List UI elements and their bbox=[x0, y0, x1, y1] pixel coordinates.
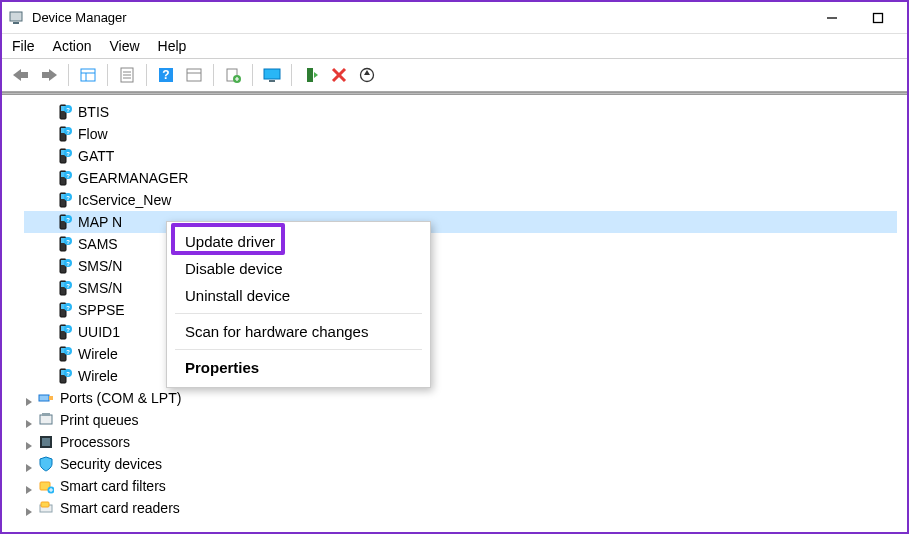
device-label: IcService_New bbox=[78, 189, 171, 211]
unknown-device-icon: ? bbox=[56, 368, 72, 384]
svg-rect-22 bbox=[269, 80, 275, 82]
device-item[interactable]: ?GEARMANAGER bbox=[24, 167, 897, 189]
category-label: Processors bbox=[60, 431, 130, 453]
svg-marker-81 bbox=[26, 398, 32, 406]
device-item[interactable]: ?SAMS bbox=[24, 233, 897, 255]
back-icon[interactable] bbox=[8, 62, 34, 88]
update-driver-icon[interactable] bbox=[220, 62, 246, 88]
unknown-device-icon: ? bbox=[56, 302, 72, 318]
svg-rect-8 bbox=[81, 69, 95, 81]
device-label: SAMS bbox=[78, 233, 118, 255]
category-item[interactable]: Smart card readers bbox=[24, 497, 897, 519]
svg-rect-0 bbox=[10, 12, 22, 21]
svg-rect-85 bbox=[40, 415, 52, 424]
category-item[interactable]: Processors bbox=[24, 431, 897, 453]
chevron-right-icon[interactable] bbox=[24, 435, 36, 447]
device-label: BTIS bbox=[78, 101, 109, 123]
unknown-device-icon: ? bbox=[56, 126, 72, 142]
device-item[interactable]: ?SPPSE bbox=[24, 299, 897, 321]
svg-marker-28 bbox=[364, 70, 370, 75]
device-item[interactable]: ?Wirele bbox=[24, 343, 897, 365]
chevron-right-icon[interactable] bbox=[24, 391, 36, 403]
category-item[interactable]: Print queues bbox=[24, 409, 897, 431]
unknown-device-icon: ? bbox=[56, 324, 72, 340]
properties-icon[interactable] bbox=[114, 62, 140, 88]
maximize-button[interactable] bbox=[855, 2, 901, 34]
svg-text:?: ? bbox=[66, 261, 70, 267]
svg-text:?: ? bbox=[66, 151, 70, 157]
show-hide-tree-icon[interactable] bbox=[75, 62, 101, 88]
svg-rect-1 bbox=[13, 22, 19, 24]
category-label: Smart card filters bbox=[60, 475, 166, 497]
menu-help[interactable]: Help bbox=[158, 38, 187, 54]
category-label: Smart card readers bbox=[60, 497, 180, 519]
menu-scan-hardware[interactable]: Scan for hardware changes bbox=[167, 318, 430, 345]
monitor-icon[interactable] bbox=[259, 62, 285, 88]
unknown-device-icon: ? bbox=[56, 236, 72, 252]
svg-text:?: ? bbox=[66, 129, 70, 135]
menu-action[interactable]: Action bbox=[53, 38, 92, 54]
device-item[interactable]: ?BTIS bbox=[24, 101, 897, 123]
device-item[interactable]: ?SMS/N bbox=[24, 277, 897, 299]
category-icon bbox=[38, 500, 54, 516]
menu-separator bbox=[175, 349, 422, 350]
device-manager-icon bbox=[8, 10, 24, 26]
svg-rect-83 bbox=[49, 396, 53, 400]
svg-marker-91 bbox=[26, 486, 32, 494]
minimize-button[interactable] bbox=[809, 2, 855, 34]
svg-marker-24 bbox=[314, 72, 318, 78]
category-icon bbox=[38, 456, 54, 472]
menu-view[interactable]: View bbox=[109, 38, 139, 54]
category-label: Security devices bbox=[60, 453, 162, 475]
svg-text:?: ? bbox=[162, 68, 169, 82]
svg-text:?: ? bbox=[66, 195, 70, 201]
category-item[interactable]: Security devices bbox=[24, 453, 897, 475]
enable-device-icon[interactable] bbox=[298, 62, 324, 88]
chevron-right-icon[interactable] bbox=[24, 501, 36, 513]
device-tree[interactable]: ?BTIS?Flow?GATT?GEARMANAGER?IcService_Ne… bbox=[2, 95, 907, 529]
svg-text:?: ? bbox=[66, 283, 70, 289]
device-item[interactable]: ?MAP N bbox=[24, 211, 897, 233]
device-item[interactable]: ?IcService_New bbox=[24, 189, 897, 211]
svg-rect-86 bbox=[42, 413, 50, 416]
svg-rect-17 bbox=[187, 69, 201, 81]
device-label: GATT bbox=[78, 145, 114, 167]
menu-file[interactable]: File bbox=[12, 38, 35, 54]
device-item[interactable]: ?Wirele bbox=[24, 365, 897, 387]
category-label: Ports (COM & LPT) bbox=[60, 387, 181, 409]
menu-update-driver[interactable]: Update driver bbox=[167, 228, 430, 255]
device-label: SPPSE bbox=[78, 299, 125, 321]
category-item[interactable]: Ports (COM & LPT) bbox=[24, 387, 897, 409]
context-menu: Update driver Disable device Uninstall d… bbox=[166, 221, 431, 388]
chevron-right-icon[interactable] bbox=[24, 457, 36, 469]
svg-text:?: ? bbox=[66, 371, 70, 377]
category-icon bbox=[38, 412, 54, 428]
chevron-right-icon[interactable] bbox=[24, 413, 36, 425]
menu-disable-device[interactable]: Disable device bbox=[167, 255, 430, 282]
menubar: File Action View Help bbox=[2, 34, 907, 58]
uninstall-device-icon[interactable] bbox=[326, 62, 352, 88]
action-pane-icon[interactable] bbox=[181, 62, 207, 88]
scan-hardware-icon[interactable] bbox=[354, 62, 380, 88]
forward-icon[interactable] bbox=[36, 62, 62, 88]
svg-rect-3 bbox=[874, 13, 883, 22]
device-item[interactable]: ?GATT bbox=[24, 145, 897, 167]
device-item[interactable]: ?Flow bbox=[24, 123, 897, 145]
svg-text:?: ? bbox=[66, 349, 70, 355]
category-item[interactable]: Smart card filters bbox=[24, 475, 897, 497]
titlebar: Device Manager bbox=[2, 2, 907, 34]
device-item[interactable]: ?SMS/N bbox=[24, 255, 897, 277]
menu-properties[interactable]: Properties bbox=[167, 354, 430, 381]
menu-separator bbox=[175, 313, 422, 314]
device-item[interactable]: ?UUID1 bbox=[24, 321, 897, 343]
device-label: UUID1 bbox=[78, 321, 120, 343]
svg-marker-4 bbox=[13, 69, 21, 81]
svg-rect-7 bbox=[42, 72, 50, 78]
svg-marker-84 bbox=[26, 420, 32, 428]
category-icon bbox=[38, 390, 54, 406]
help-icon[interactable]: ? bbox=[153, 62, 179, 88]
unknown-device-icon: ? bbox=[56, 192, 72, 208]
svg-rect-89 bbox=[42, 438, 50, 446]
chevron-right-icon[interactable] bbox=[24, 479, 36, 491]
menu-uninstall-device[interactable]: Uninstall device bbox=[167, 282, 430, 309]
